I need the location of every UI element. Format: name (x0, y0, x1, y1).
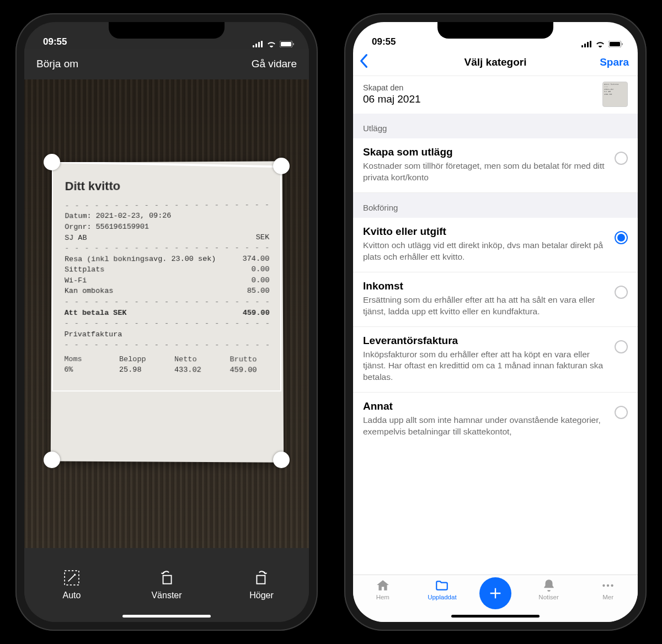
tool-label: Höger (249, 591, 274, 600)
radio-button[interactable] (615, 406, 628, 419)
signal-icon (581, 41, 592, 47)
radio-button[interactable] (615, 286, 628, 299)
receipt-item-value: 374.00 (242, 253, 269, 264)
option-desc: Inköpsfakturor som du erhåller efter att… (363, 349, 607, 384)
receipt-item-value: 0.00 (252, 275, 270, 286)
rotate-right-button[interactable]: Höger (228, 570, 295, 600)
receipt-company: SJ AB (65, 233, 87, 244)
signal-icon (253, 41, 263, 47)
scanner-screen: 09:55 Börja om Gå vidare Ditt kvitto - -… (24, 22, 309, 622)
category-body[interactable]: Skapat den 06 maj 2021 Ditt kvitto---202… (353, 76, 638, 575)
status-time: 09:55 (43, 36, 67, 47)
svg-rect-17 (622, 43, 623, 45)
col-netto-v: 433.02 (174, 365, 214, 376)
receipt-separator: - - - - - - - - - - - - - - - - - - - - … (65, 297, 270, 308)
svg-rect-11 (581, 45, 583, 47)
tab-label: Mer (602, 594, 613, 600)
tab-label: Uppladdat (428, 594, 456, 600)
option-title: Skapa som utlägg (363, 146, 607, 158)
col-brutto: Brutto (229, 354, 270, 365)
continue-button[interactable]: Gå vidare (252, 58, 297, 70)
rotate-right-icon (253, 570, 270, 586)
scanner-tools: Auto Vänster Höger (24, 548, 309, 622)
home-indicator[interactable] (451, 615, 540, 618)
svg-point-19 (607, 584, 609, 587)
receipt-date: Datum: 2021-02-23, 09:26 (65, 210, 269, 222)
phone-frame-left: 09:55 Börja om Gå vidare Ditt kvitto - -… (15, 13, 318, 631)
rotate-left-button[interactable]: Vänster (134, 570, 200, 600)
option-skapa-utlagg[interactable]: Skapa som utlägg Kostnader som tillhör f… (353, 138, 638, 193)
notch (109, 22, 225, 39)
receipt-separator: - - - - - - - - - - - - - - - - - - - - … (64, 340, 270, 351)
receipt-thumbnail[interactable]: Ditt kvitto---2021-02SJ AB459.00 (602, 82, 628, 107)
save-button[interactable]: Spara (600, 56, 629, 68)
restart-button[interactable]: Börja om (36, 58, 78, 70)
svg-rect-9 (163, 576, 172, 584)
receipt-currency: SEK (256, 232, 269, 243)
svg-rect-12 (584, 44, 586, 47)
svg-rect-16 (610, 42, 620, 46)
svg-point-20 (611, 584, 613, 587)
col-belopp-v: 25.98 (119, 364, 159, 375)
bell-icon (542, 578, 556, 593)
tool-label: Vänster (151, 591, 181, 600)
svg-rect-1 (255, 44, 257, 47)
status-icons (581, 41, 623, 47)
svg-rect-10 (257, 576, 265, 584)
option-title: Leverantörsfaktura (363, 335, 607, 347)
crop-box[interactable]: Ditt kvitto - - - - - - - - - - - - - - … (52, 162, 281, 460)
more-icon (601, 578, 615, 593)
receipt-item-value: 85.00 (247, 286, 270, 297)
created-row: Skapat den 06 maj 2021 Ditt kvitto---202… (353, 76, 638, 114)
folder-icon (435, 578, 449, 593)
plus-icon (488, 586, 503, 601)
radio-button[interactable] (615, 231, 628, 244)
receipt-org: Orgnr: 556196159901 (65, 221, 269, 233)
add-button[interactable] (479, 577, 511, 609)
option-inkomst[interactable]: Inkomst Ersättning som du erhåller efter… (353, 272, 638, 327)
crop-handle-br[interactable] (273, 452, 290, 468)
receipt-separator: - - - - - - - - - - - - - - - - - - - - … (65, 243, 269, 254)
tab-home[interactable]: Hem (361, 578, 405, 600)
tab-uploaded[interactable]: Uppladdat (420, 578, 464, 600)
col-moms: Moms (64, 354, 104, 365)
crop-handle-tr[interactable] (273, 158, 290, 174)
created-label: Skapat den (363, 83, 421, 92)
option-title: Inkomst (363, 280, 607, 292)
receipt-item-value: 0.00 (252, 264, 270, 275)
tab-more[interactable]: Mer (586, 578, 630, 600)
section-header-utlagg: Utlägg (353, 114, 638, 138)
option-desc: Ladda upp allt som inte hamnar under ova… (363, 415, 607, 438)
receipt-separator: - - - - - - - - - - - - - - - - - - - - … (65, 200, 269, 211)
home-indicator[interactable] (122, 615, 211, 618)
col-moms-v: 6% (64, 364, 104, 375)
svg-rect-5 (281, 42, 291, 46)
option-annat[interactable]: Annat Ladda upp allt som inte hamnar und… (353, 393, 638, 447)
option-desc: Kvitton och utlägg vid ett direkt inköp,… (363, 240, 607, 263)
crop-handle-bl[interactable] (44, 452, 60, 468)
radio-button[interactable] (615, 152, 628, 165)
wifi-icon (266, 41, 276, 47)
camera-view[interactable]: Ditt kvitto - - - - - - - - - - - - - - … (24, 79, 309, 548)
receipt-item-label: Wi-Fi (65, 275, 87, 286)
option-leverantorsfaktura[interactable]: Leverantörsfaktura Inköpsfakturor som du… (353, 327, 638, 393)
svg-point-18 (602, 584, 605, 587)
category-nav: Välj kategori Spara (353, 49, 638, 76)
page-title: Välj kategori (465, 56, 527, 68)
receipt-item-label: Sittplats (65, 265, 104, 276)
back-button[interactable] (359, 53, 369, 71)
tab-notifications[interactable]: Notiser (527, 578, 571, 600)
radio-button[interactable] (615, 340, 628, 353)
svg-rect-13 (587, 42, 589, 47)
svg-rect-0 (253, 45, 254, 47)
receipt-private: Privatfaktura (65, 329, 270, 340)
status-time: 09:55 (372, 36, 396, 47)
receipt-separator: - - - - - - - - - - - - - - - - - - - - … (65, 318, 270, 329)
wifi-icon (595, 41, 605, 47)
magic-wand-icon (63, 570, 80, 586)
crop-handle-tl[interactable] (44, 154, 60, 170)
col-brutto-v: 459.00 (230, 365, 270, 376)
option-kvitto[interactable]: Kvitto eller utgift Kvitton och utlägg v… (353, 218, 638, 272)
battery-icon (608, 41, 623, 47)
auto-crop-button[interactable]: Auto (39, 570, 105, 600)
